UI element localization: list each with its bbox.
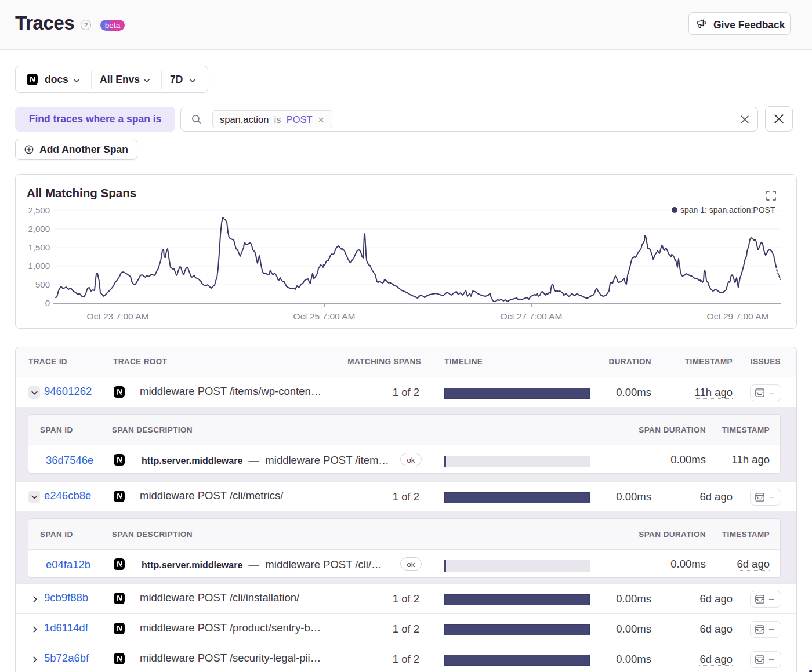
svg-text:span 1: span.action:POST: span 1: span.action:POST — [680, 205, 775, 215]
svg-text:1,500: 1,500 — [28, 242, 50, 252]
svg-text:500: 500 — [35, 279, 50, 289]
svg-text:1,000: 1,000 — [28, 261, 50, 271]
svg-text:2,000: 2,000 — [28, 224, 50, 234]
svg-text:0: 0 — [45, 298, 50, 308]
svg-text:Oct 23 7:00 AM: Oct 23 7:00 AM — [87, 311, 149, 321]
svg-text:2,500: 2,500 — [28, 205, 50, 215]
svg-text:Oct 27 7:00 AM: Oct 27 7:00 AM — [501, 311, 563, 321]
svg-text:Oct 29 7:00 AM: Oct 29 7:00 AM — [707, 311, 769, 321]
svg-text:Oct 25 7:00 AM: Oct 25 7:00 AM — [293, 311, 356, 321]
